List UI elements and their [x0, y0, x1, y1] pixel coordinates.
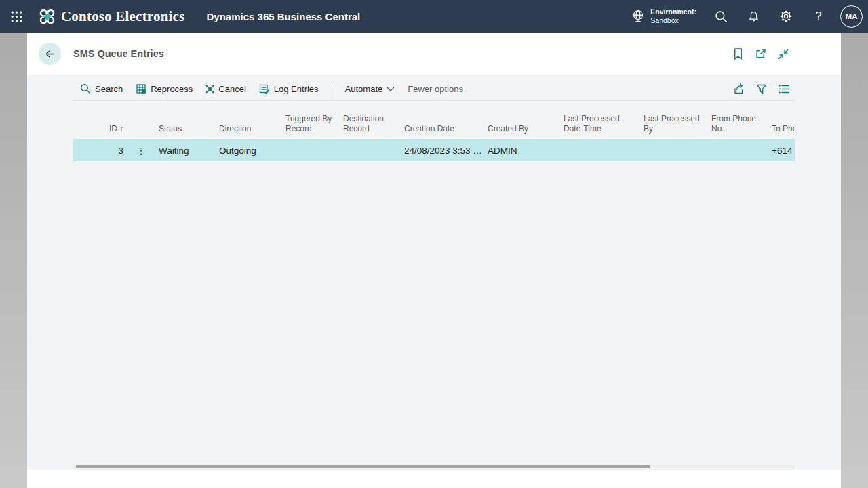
automate-menu-button[interactable]: Automate: [345, 84, 395, 94]
environment-name: Sandbox: [650, 16, 696, 25]
app-launcher-button[interactable]: [0, 0, 33, 33]
help-icon: ?: [815, 9, 821, 23]
settings-button[interactable]: [770, 0, 802, 33]
row-creation-date: 24/08/2023 3:53 …: [399, 146, 482, 156]
fewer-options-button[interactable]: Fewer options: [408, 84, 463, 94]
log-entries-label: Log Entries: [274, 84, 319, 94]
filter-icon-button[interactable]: [756, 84, 767, 94]
share-button[interactable]: [733, 83, 745, 94]
column-header-to-phone-no-label: To Phone No.: [772, 124, 795, 134]
user-avatar[interactable]: MA: [840, 5, 863, 28]
cancel-button[interactable]: Cancel: [205, 84, 245, 94]
column-header-from-phone-no[interactable]: From Phone No.: [706, 114, 766, 139]
column-header-id[interactable]: ID↑: [73, 124, 129, 139]
sort-ascending-icon: ↑: [119, 124, 123, 134]
row-status: Waiting: [153, 146, 214, 156]
row-to-phone-no: +614: [766, 146, 795, 156]
column-header-row-menu: [129, 134, 153, 139]
column-header-creation-date[interactable]: Creation Date: [399, 124, 482, 139]
search-icon: [715, 10, 728, 23]
environment-label: Environment:: [650, 7, 696, 16]
search-button[interactable]: [705, 0, 737, 33]
column-header-to-phone-no[interactable]: To Phone No.: [766, 124, 795, 139]
chevron-down-icon: [387, 87, 395, 92]
app-title: Dynamics 365 Business Central: [207, 11, 361, 22]
column-header-status[interactable]: Status: [153, 124, 214, 139]
reprocess-label: Reprocess: [151, 84, 193, 94]
toolbar-search-label: Search: [95, 84, 123, 94]
arrow-left-icon: [43, 47, 56, 60]
cancel-label: Cancel: [218, 84, 245, 94]
row-created-by-link[interactable]: ADMIN: [488, 146, 517, 156]
log-entries-button[interactable]: Log Entries: [259, 83, 319, 94]
page-header: SMS Queue Entries: [27, 33, 841, 75]
horizontal-scrollbar-thumb[interactable]: [76, 465, 650, 468]
toolbar-right-actions: [733, 83, 789, 94]
top-bar: Contoso Electronics Dynamics 365 Busines…: [0, 0, 868, 33]
row-id-link[interactable]: 3: [118, 146, 123, 156]
reprocess-grid-icon: [136, 83, 146, 94]
table-header-row: ID↑ Status Direction Triggered By Record…: [73, 108, 795, 140]
column-header-last-processed-date-time[interactable]: Last Processed Date-Time: [558, 114, 638, 139]
gear-icon: [779, 9, 793, 23]
horizontal-scrollbar-track: [73, 465, 795, 468]
fewer-options-label: Fewer options: [408, 84, 463, 94]
waffle-icon: [10, 10, 23, 23]
topbar-actions: Environment: Sandbox: [631, 0, 868, 33]
page-header-actions: [733, 48, 789, 60]
column-header-destination-record[interactable]: Destination Record: [338, 114, 399, 139]
automate-label: Automate: [345, 84, 383, 94]
column-header-created-by[interactable]: Created By: [482, 124, 558, 139]
column-header-triggered-by-record[interactable]: Triggered By Record: [280, 114, 338, 139]
contoso-pinwheel-icon: [38, 7, 56, 26]
back-button[interactable]: [39, 43, 61, 65]
collapse-view-button[interactable]: [778, 48, 789, 60]
notifications-button[interactable]: [737, 0, 770, 33]
search-icon: [80, 83, 91, 94]
sms-queue-table: ID↑ Status Direction Triggered By Record…: [73, 108, 795, 161]
company-name: Contoso Electronics: [61, 8, 185, 25]
log-entries-icon: [259, 83, 270, 94]
x-icon: [205, 85, 214, 94]
bookmark-button[interactable]: [733, 48, 743, 60]
row-direction: Outgoing: [214, 146, 280, 156]
column-header-id-label: ID: [109, 124, 117, 134]
open-in-new-window-button[interactable]: [755, 48, 766, 60]
table-row[interactable]: 3 ⋮ Waiting Outgoing 24/08/2023 3:53 … A…: [73, 140, 795, 161]
column-header-last-processed-by[interactable]: Last Processed By: [638, 114, 706, 139]
page-title: SMS Queue Entries: [73, 48, 164, 59]
toolbar-divider: [332, 82, 332, 96]
help-button[interactable]: ?: [802, 0, 835, 33]
action-toolbar: Search Reprocess Cancel: [73, 77, 795, 101]
view-options-icon-button[interactable]: [778, 84, 789, 94]
column-header-direction[interactable]: Direction: [214, 124, 280, 139]
reprocess-button[interactable]: Reprocess: [136, 83, 193, 94]
bell-icon: [747, 10, 760, 23]
environment-indicator[interactable]: Environment: Sandbox: [631, 7, 705, 25]
row-menu-icon[interactable]: ⋮: [137, 146, 146, 156]
toolbar-search-button[interactable]: Search: [80, 83, 123, 94]
card-bottom-area: [27, 470, 841, 488]
globe-icon: [631, 9, 646, 24]
sms-queue-entries-page: SMS Queue Entries: [27, 33, 841, 488]
company-logo[interactable]: Contoso Electronics: [38, 7, 185, 26]
